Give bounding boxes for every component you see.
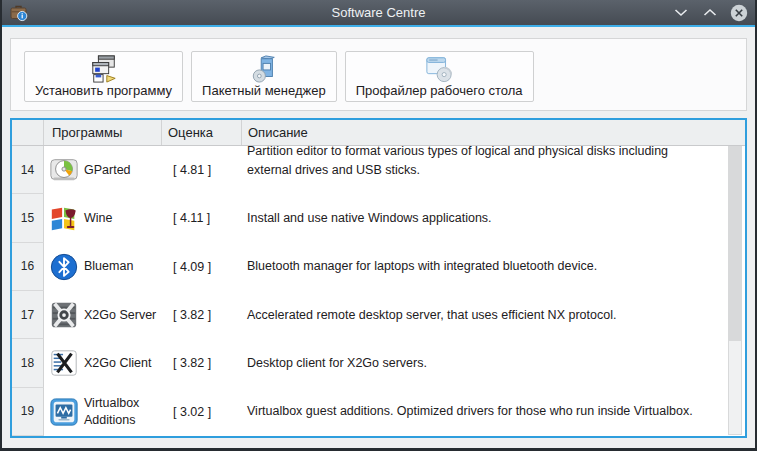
- software-table: Программы Оценка Описание 14 GParted [ 4…: [10, 118, 747, 438]
- titlebar[interactable]: Software Centre: [0, 0, 757, 25]
- table-body: 14 GParted [ 4.81 ] Partition editor to …: [12, 146, 745, 436]
- app-description: Desktop client for X2Go servers.: [247, 354, 427, 373]
- app-description: Install and use native Windows applicati…: [247, 209, 492, 228]
- app-rating: [ 4.11 ]: [161, 194, 241, 242]
- row-number: 14: [12, 146, 44, 194]
- software-centre-window: Software Centre Установить программу Пак…: [0, 0, 757, 451]
- toolbar-button-install-program[interactable]: Установить программу: [24, 51, 183, 102]
- briefcase-info-icon: [9, 3, 28, 22]
- window-body: Установить программу Пакетный менеджер П…: [2, 27, 755, 448]
- toolbar-button-desktop-profiler[interactable]: Профайлер рабочего стола: [345, 51, 534, 102]
- toolbar-button-package-manager[interactable]: Пакетный менеджер: [191, 51, 337, 102]
- x2go-client-icon: [49, 348, 79, 378]
- install-program-icon: [89, 55, 119, 83]
- app-description: Accelerated remote desktop server, that …: [247, 306, 616, 325]
- app-rating: [ 3.82 ]: [161, 339, 241, 387]
- row-number: 17: [12, 291, 44, 339]
- toolbar: Установить программу Пакетный менеджер П…: [10, 38, 747, 111]
- scrollbar-thumb[interactable]: [728, 146, 742, 341]
- vertical-scrollbar[interactable]: [728, 146, 742, 435]
- maximize-button[interactable]: [701, 4, 719, 22]
- app-rating: [ 4.09 ]: [161, 243, 241, 291]
- chevron-down-icon: [674, 8, 688, 17]
- package-manager-icon: [249, 55, 279, 83]
- app-description: Bluetooth manager for laptops with integ…: [247, 257, 597, 276]
- app-name: Virtualbox Additions: [84, 388, 161, 436]
- close-x-icon: [730, 4, 748, 22]
- table-row[interactable]: 14 GParted [ 4.81 ] Partition editor to …: [12, 146, 745, 194]
- blueman-icon: [49, 252, 79, 282]
- column-header-description[interactable]: Описание: [242, 120, 745, 145]
- app-description: Partition editor to format various types…: [247, 146, 705, 180]
- app-name: X2Go Server: [84, 291, 161, 339]
- app-name: GParted: [84, 146, 161, 194]
- table-header: Программы Оценка Описание: [12, 120, 745, 146]
- close-button[interactable]: [730, 4, 748, 22]
- app-name: Blueman: [84, 243, 161, 291]
- row-number: 19: [12, 388, 44, 436]
- app-rating: [ 3.02 ]: [161, 388, 241, 436]
- app-rating: [ 4.81 ]: [161, 146, 241, 194]
- table-row[interactable]: 15 Wine [ 4.11 ] Install and use native …: [12, 194, 745, 242]
- x2go-server-icon: [49, 300, 79, 330]
- row-number: 15: [12, 194, 44, 242]
- app-description: Virtualbox guest additions. Optimized dr…: [247, 402, 693, 421]
- table-row[interactable]: 16 Blueman [ 4.09 ] Bluetooth manager fo…: [12, 243, 745, 291]
- window-controls: [672, 4, 748, 22]
- gparted-icon: [49, 155, 79, 185]
- app-name: X2Go Client: [84, 339, 161, 387]
- window-title: Software Centre: [0, 5, 757, 20]
- chevron-up-icon: [703, 8, 717, 17]
- virtualbox-additions-icon: [49, 397, 79, 427]
- row-number: 16: [12, 243, 44, 291]
- app-rating: [ 3.82 ]: [161, 291, 241, 339]
- column-header-programs[interactable]: Программы: [44, 120, 162, 145]
- table-row[interactable]: 19 Virtualbox Additions [ 3.02 ] Virtual…: [12, 388, 745, 436]
- desktop-profiler-icon: [424, 55, 454, 83]
- table-row[interactable]: 18 X2Go Client [ 3.82 ] Desktop client f…: [12, 339, 745, 387]
- app-name: Wine: [84, 194, 161, 242]
- row-number-column-header[interactable]: [12, 120, 44, 145]
- table-row[interactable]: 17 X2Go Server [ 3.82 ] Accelerated remo…: [12, 291, 745, 339]
- row-number: 18: [12, 339, 44, 387]
- column-header-rating[interactable]: Оценка: [162, 120, 242, 145]
- wine-icon: [49, 203, 79, 233]
- minimize-button[interactable]: [672, 4, 690, 22]
